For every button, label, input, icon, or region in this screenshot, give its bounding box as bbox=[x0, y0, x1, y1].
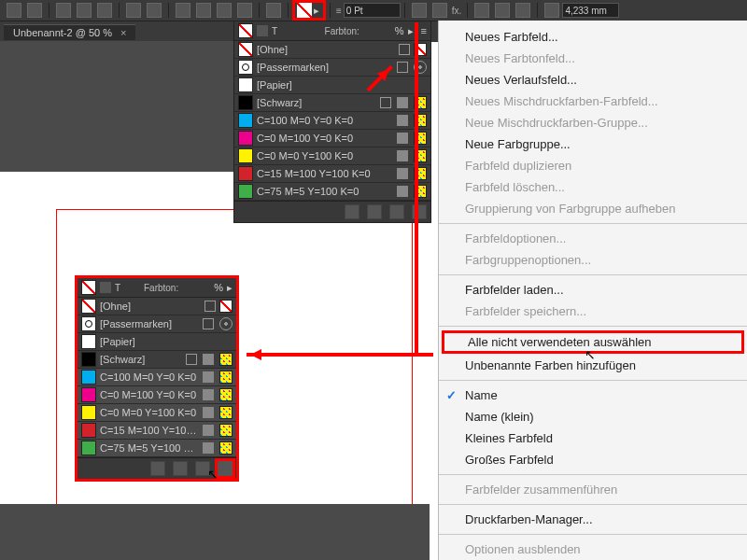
close-tab-icon[interactable]: × bbox=[120, 27, 126, 38]
swatch-row[interactable]: C=0 M=100 Y=0 K=0 bbox=[78, 386, 236, 404]
tint-arrow-icon[interactable]: ▸ bbox=[408, 25, 414, 37]
swatch-row[interactable]: C=100 M=0 Y=0 K=0 bbox=[78, 369, 236, 386]
menu-item[interactable]: Name bbox=[439, 385, 747, 406]
swatch-color-icon bbox=[238, 60, 253, 75]
menu-item: Gruppierung von Farbgruppe aufheben bbox=[439, 198, 747, 219]
tool-icon[interactable] bbox=[412, 3, 427, 18]
swatch-row[interactable]: [Ohne] bbox=[78, 298, 236, 315]
color-type-icon bbox=[203, 425, 214, 436]
swatch-row[interactable]: [Passermarken] bbox=[78, 315, 236, 333]
color-type-icon bbox=[203, 371, 214, 383]
object-toggle-icon[interactable] bbox=[100, 282, 111, 293]
new-swatch-icon[interactable] bbox=[389, 204, 404, 219]
lock-icon bbox=[186, 354, 197, 365]
tool-icon[interactable] bbox=[176, 3, 190, 18]
lock-icon bbox=[397, 62, 408, 73]
menu-item[interactable]: Druckfarben-Manager... bbox=[439, 509, 747, 530]
object-toggle-icon[interactable] bbox=[257, 25, 268, 36]
menu-item[interactable]: Großes Farbfeld bbox=[439, 449, 747, 470]
swatch-name: [Ohne] bbox=[100, 301, 199, 312]
swatch-name: [Schwarz] bbox=[100, 354, 180, 365]
menu-item[interactable]: Name (klein) bbox=[439, 406, 747, 427]
lock-icon bbox=[380, 97, 391, 108]
tool-icon[interactable] bbox=[432, 3, 447, 18]
panel-menu-icon[interactable]: ≡ bbox=[421, 25, 427, 36]
menu-item[interactable]: Kleines Farbfeld bbox=[439, 427, 747, 449]
swatch-name: [Schwarz] bbox=[257, 97, 374, 108]
menu-item[interactable]: Neue Farbgruppe... bbox=[439, 133, 747, 155]
color-type-icon bbox=[203, 442, 214, 454]
color-type-icon bbox=[397, 186, 408, 197]
swatch-color-icon bbox=[238, 148, 253, 163]
view-mode-icon[interactable] bbox=[150, 461, 165, 476]
menu-item[interactable]: Neues Farbfeld... bbox=[439, 26, 747, 48]
swatch-row[interactable]: C=75 M=5 Y=100 K=0 bbox=[234, 183, 430, 201]
stroke-weight-field[interactable] bbox=[344, 3, 401, 18]
swatch-color-icon bbox=[238, 131, 253, 146]
align-icon[interactable] bbox=[495, 3, 510, 18]
swatch-row[interactable]: C=0 M=0 Y=100 K=0 bbox=[78, 404, 236, 422]
swatch-color-icon bbox=[81, 441, 96, 455]
document-tab[interactable]: Unbenannt-2 @ 50 % × bbox=[4, 24, 135, 40]
swatch-color-icon bbox=[238, 77, 253, 92]
menu-divider bbox=[439, 380, 747, 381]
tool-icon[interactable] bbox=[266, 3, 281, 18]
swatch-row[interactable]: [Papier] bbox=[234, 77, 430, 94]
swatch-row[interactable]: [Schwarz] bbox=[234, 94, 430, 112]
dimension-field[interactable] bbox=[562, 3, 619, 18]
new-group-icon[interactable] bbox=[173, 461, 188, 476]
swatch-row[interactable]: [Ohne] bbox=[234, 41, 430, 59]
swatch-row[interactable]: C=15 M=100 Y=100 ... bbox=[78, 422, 236, 440]
registration-icon bbox=[219, 317, 233, 330]
color-type-icon bbox=[203, 407, 214, 418]
swatch-row[interactable]: C=100 M=0 Y=0 K=0 bbox=[234, 112, 430, 130]
swatch-row[interactable]: C=75 M=5 Y=100 K=0 bbox=[78, 440, 236, 457]
swatch-row[interactable]: [Passermarken] bbox=[234, 59, 430, 77]
tool-icon[interactable] bbox=[217, 3, 232, 18]
menu-item[interactable]: Farbfelder laden... bbox=[439, 279, 747, 301]
fill-proxy-icon[interactable] bbox=[81, 280, 96, 295]
text-toggle-icon[interactable]: T bbox=[115, 283, 120, 293]
dropdown-arrow-icon[interactable]: ▸ bbox=[314, 5, 319, 17]
swatch-name: C=0 M=0 Y=100 K=0 bbox=[100, 407, 197, 418]
align-icon[interactable] bbox=[474, 3, 489, 18]
menu-item[interactable]: Neues Verlaufsfeld... bbox=[439, 69, 747, 91]
tool-icon[interactable] bbox=[97, 3, 112, 18]
tool-icon[interactable] bbox=[237, 3, 252, 18]
swatch-row[interactable]: C=15 M=100 Y=100 K=0 bbox=[234, 165, 430, 183]
menu-item: Neue Mischdruckfarben-Gruppe... bbox=[439, 112, 747, 133]
swatch-color-icon bbox=[81, 316, 96, 331]
swatch-row[interactable]: C=0 M=100 Y=0 K=0 bbox=[234, 130, 430, 147]
swatch-color-icon bbox=[238, 166, 253, 181]
swatches-panel-selected: T Farbton: % ▸ [Ohne][Passermarken][Papi… bbox=[75, 275, 239, 482]
tool-icon[interactable] bbox=[147, 3, 162, 18]
swatch-color-icon bbox=[81, 405, 96, 420]
fill-proxy-icon[interactable] bbox=[238, 23, 253, 38]
tool-icon[interactable] bbox=[27, 3, 42, 18]
swatches-panel-header: T Farbton: % ▸ bbox=[78, 278, 236, 298]
align-icon[interactable] bbox=[515, 3, 530, 18]
none-icon bbox=[219, 300, 233, 313]
color-type-icon bbox=[203, 354, 214, 365]
cursor-icon: ↖ bbox=[585, 347, 596, 362]
swatch-color-icon bbox=[238, 113, 253, 128]
swatches-panel-footer bbox=[234, 201, 430, 222]
color-type-icon bbox=[397, 150, 408, 161]
swatches-panel-header: T Farbton: % ▸ ≡ bbox=[234, 21, 430, 41]
stroke-none-icon[interactable] bbox=[297, 3, 312, 18]
view-mode-icon[interactable] bbox=[345, 204, 359, 219]
new-group-icon[interactable] bbox=[367, 204, 382, 219]
text-toggle-icon[interactable]: T bbox=[272, 26, 277, 36]
tool-icon[interactable] bbox=[126, 3, 141, 18]
swatch-row[interactable]: C=0 M=0 Y=100 K=0 bbox=[234, 147, 430, 165]
tool-icon[interactable] bbox=[196, 3, 211, 18]
tool-icon[interactable] bbox=[7, 3, 21, 18]
tool-icon[interactable] bbox=[56, 3, 71, 18]
cmyk-icon bbox=[219, 406, 233, 419]
tool-icon[interactable] bbox=[77, 3, 92, 18]
fx-label[interactable]: fx. bbox=[452, 6, 462, 16]
swatch-row[interactable]: [Papier] bbox=[78, 333, 236, 351]
frame-icon[interactable] bbox=[544, 3, 559, 18]
tint-arrow-icon[interactable]: ▸ bbox=[227, 282, 233, 294]
swatch-row[interactable]: [Schwarz] bbox=[78, 351, 236, 369]
